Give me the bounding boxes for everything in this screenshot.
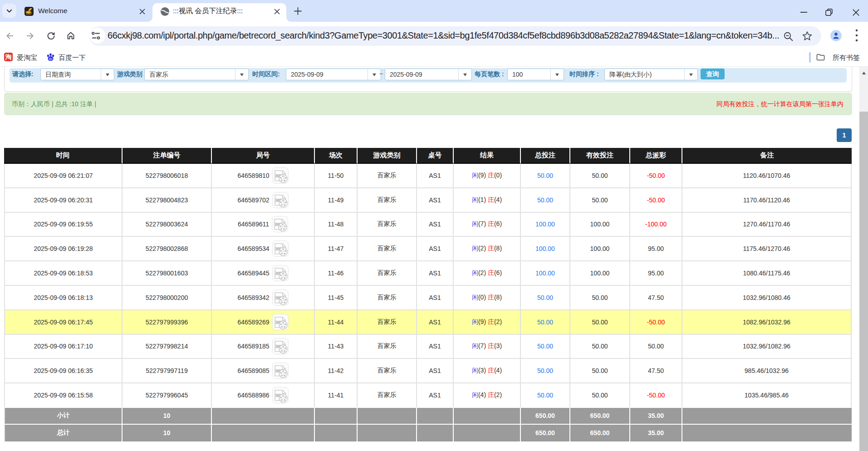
svg-text:du: du: [49, 57, 53, 60]
